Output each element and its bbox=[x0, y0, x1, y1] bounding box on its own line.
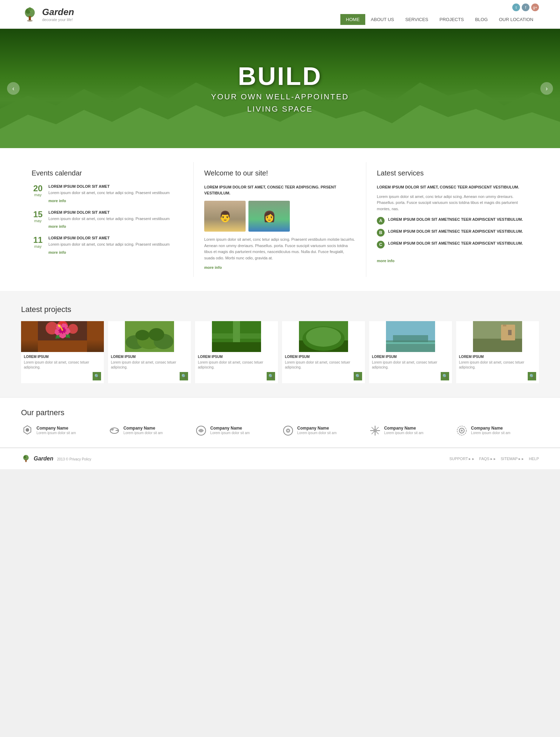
partner-name-1: Company Name bbox=[36, 426, 76, 431]
partner-icon-4 bbox=[282, 424, 294, 437]
service-letter-b: B bbox=[377, 229, 385, 237]
partner-icon-1 bbox=[21, 424, 34, 437]
footer-logo-name: Garden 2013 © Privacy Policy bbox=[34, 456, 91, 462]
event-link-1[interactable]: more info bbox=[48, 199, 66, 203]
hero-subtitle: YOUR OWN WELL-APPOINTED LIVING SPACE bbox=[211, 91, 349, 115]
partner-icon-3 bbox=[195, 424, 207, 437]
svg-rect-7 bbox=[38, 321, 87, 340]
project-info-3: LOREM IPSUM Lorem ipsum dolor sit amet, … bbox=[195, 352, 278, 383]
project-zoom-6[interactable]: 🔍 bbox=[528, 372, 536, 380]
facebook-icon[interactable]: f bbox=[522, 4, 529, 11]
event-title-1: LOREM IPSUM DOLOR SIT AMET bbox=[48, 184, 183, 188]
project-zoom-4[interactable]: 🔍 bbox=[354, 372, 362, 380]
nav-services[interactable]: SERVICES bbox=[400, 14, 434, 25]
svg-point-25 bbox=[306, 327, 341, 347]
logo-text: Garden decorate your life! bbox=[42, 7, 74, 22]
event-month-1: may bbox=[32, 193, 44, 197]
header: Garden decorate your life! t f g+ HOME A… bbox=[0, 0, 560, 29]
project-label-1: LOREM IPSUM bbox=[24, 355, 101, 359]
nav-projects[interactable]: PROJECTS bbox=[434, 14, 469, 25]
svg-point-16 bbox=[135, 330, 149, 340]
partner-info-3: Company Name Lorem ipsum dolor sit am bbox=[210, 426, 249, 436]
nav-location[interactable]: OUR LOCATION bbox=[493, 14, 539, 25]
partner-info-2: Company Name Lorem ipsum dolor sit am bbox=[124, 426, 163, 436]
event-content-3: LOREM IPSUM DOLOR SIT AMET Lorem ipsum d… bbox=[48, 236, 183, 255]
welcome-link[interactable]: more info bbox=[204, 265, 222, 270]
svg-point-9 bbox=[57, 321, 68, 332]
project-label-4: LOREM IPSUM bbox=[285, 355, 362, 359]
svg-rect-31 bbox=[473, 339, 522, 352]
hero-next-button[interactable]: › bbox=[540, 82, 553, 95]
event-content-2: LOREM IPSUM DOLOR SIT AMET Lorem ipsum d… bbox=[48, 210, 183, 229]
footer-logo-icon bbox=[21, 454, 31, 464]
event-day-3: 11 bbox=[32, 236, 44, 244]
partner-item-6: Company Name Lorem ipsum dolor sit am bbox=[455, 424, 539, 437]
partner-item-5: Company Name Lorem ipsum dolor sit am bbox=[369, 424, 452, 437]
project-zoom-2[interactable]: 🔍 bbox=[180, 372, 188, 380]
footer-link-faqs[interactable]: FAQS ▸ bbox=[479, 457, 496, 461]
project-zoom-1[interactable]: 🔍 bbox=[93, 372, 101, 380]
footer-link-support[interactable]: SUPPORT ▸ bbox=[449, 457, 474, 461]
event-link-2[interactable]: more info bbox=[48, 224, 66, 228]
partner-desc-1: Lorem ipsum dolor sit am bbox=[36, 431, 76, 436]
services-link[interactable]: more info bbox=[377, 259, 394, 263]
nav-about[interactable]: ABOUT US bbox=[365, 14, 400, 25]
services-column: Latest services LOREM IPSUM DOLOR SIT AM… bbox=[366, 162, 539, 277]
project-desc-3: Lorem ipsum dolor sit amet, consec tetue… bbox=[198, 360, 275, 370]
project-label-3: LOREM IPSUM bbox=[198, 355, 275, 359]
svg-rect-34 bbox=[503, 325, 506, 326]
partner-name-6: Company Name bbox=[471, 426, 510, 431]
footer-logo: Garden 2013 © Privacy Policy bbox=[21, 454, 91, 464]
services-title: Latest services bbox=[377, 169, 528, 177]
hero-prev-button[interactable]: ‹ bbox=[7, 82, 20, 95]
partner-name-4: Company Name bbox=[297, 426, 336, 431]
project-zoom-5[interactable]: 🔍 bbox=[441, 372, 449, 380]
hero-banner: BUILD YOUR OWN WELL-APPOINTED LIVING SPA… bbox=[0, 29, 560, 148]
project-info-5: LOREM IPSUM Lorem ipsum dolor sit amet, … bbox=[369, 352, 452, 383]
event-day-2: 15 bbox=[32, 210, 44, 219]
svg-point-3 bbox=[28, 7, 32, 11]
event-link-3[interactable]: more info bbox=[48, 250, 66, 254]
welcome-text: Lorem ipsum dolor sit amet, conc tetur a… bbox=[204, 237, 355, 261]
project-image-1 bbox=[21, 321, 104, 352]
svg-rect-20 bbox=[212, 333, 261, 339]
logo-area: Garden decorate your life! bbox=[21, 6, 74, 23]
project-label-5: LOREM IPSUM bbox=[372, 355, 449, 359]
welcome-intro: LOREM IPSUM DOLOR SIT AMET, CONSEC TEER … bbox=[204, 184, 355, 196]
partner-name-2: Company Name bbox=[124, 426, 163, 431]
project-desc-2: Lorem ipsum dolor sit amet, consec tetue… bbox=[111, 360, 188, 370]
svg-rect-33 bbox=[508, 330, 512, 335]
twitter-icon[interactable]: t bbox=[512, 4, 520, 11]
project-image-2 bbox=[108, 321, 191, 352]
project-image-5 bbox=[369, 321, 452, 352]
event-month-2: may bbox=[32, 219, 44, 223]
project-card-2: LOREM IPSUM Lorem ipsum dolor sit amet, … bbox=[108, 321, 191, 383]
event-date-1: 20 may bbox=[32, 184, 44, 203]
partner-icon-5 bbox=[369, 424, 381, 437]
project-card-1: LOREM IPSUM Lorem ipsum dolor sit amet, … bbox=[21, 321, 104, 383]
partner-name-3: Company Name bbox=[210, 426, 249, 431]
project-zoom-3[interactable]: 🔍 bbox=[267, 372, 275, 380]
project-desc-1: Lorem ipsum dolor sit amet, consec tetue… bbox=[24, 360, 101, 370]
projects-title: Latest projects bbox=[21, 305, 539, 314]
svg-rect-28 bbox=[393, 335, 428, 342]
partners-title: Our partners bbox=[21, 408, 539, 417]
footer-link-sitemap[interactable]: SITEMAP ▸ bbox=[501, 457, 524, 461]
service-item-a: A LOREM IPSUM DOLOR SIT AMETNSEC TEER AD… bbox=[377, 217, 528, 225]
nav-blog[interactable]: BLOG bbox=[469, 14, 493, 25]
project-image-4 bbox=[282, 321, 365, 352]
event-desc-1: Lorem ipsum dolor sit amet, conc tetur a… bbox=[48, 190, 183, 196]
project-card-6: LOREM IPSUM Lorem ipsum dolor sit amet, … bbox=[456, 321, 539, 383]
project-card-4: LOREM IPSUM Lorem ipsum dolor sit amet, … bbox=[282, 321, 365, 383]
svg-point-53 bbox=[26, 456, 28, 458]
footer-link-help[interactable]: HELP bbox=[529, 457, 539, 461]
projects-grid: LOREM IPSUM Lorem ipsum dolor sit amet, … bbox=[21, 321, 539, 383]
services-bold-title: LOREM IPSUM DOLOR SIT AMET, CONSEC TEER … bbox=[377, 184, 528, 190]
google-icon[interactable]: g+ bbox=[531, 4, 539, 11]
welcome-column: Welcome to our site! LOREM IPSUM DOLOR S… bbox=[194, 162, 366, 277]
event-content-1: LOREM IPSUM DOLOR SIT AMET Lorem ipsum d… bbox=[48, 184, 183, 203]
nav-home[interactable]: HOME bbox=[340, 14, 365, 25]
service-letter-c: C bbox=[377, 241, 385, 248]
event-title-2: LOREM IPSUM DOLOR SIT AMET bbox=[48, 210, 183, 214]
event-desc-2: Lorem ipsum dolor sit amet, conc tetur a… bbox=[48, 216, 183, 222]
